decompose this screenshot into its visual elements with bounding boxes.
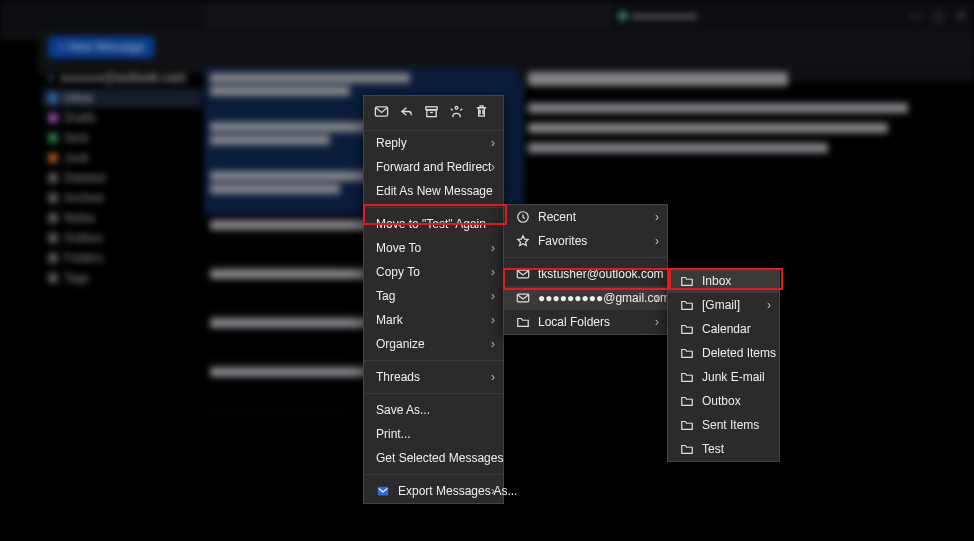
folder-item-inbox[interactable]: Inbox (668, 269, 779, 293)
folder-icon (680, 274, 694, 288)
ctx-item-edit-as-new-message[interactable]: Edit As New Message (364, 179, 503, 203)
ctx-item-print-[interactable]: Print... (364, 422, 503, 446)
menu-item-label: Get Selected Messages (376, 451, 503, 465)
menu-item-label: Print... (376, 427, 411, 441)
menu-item-label: Move to "Test" Again (376, 217, 486, 231)
ctx-item-reply[interactable]: Reply› (364, 131, 503, 155)
mark-unread-icon[interactable] (374, 104, 389, 122)
folder-icon (680, 370, 694, 384)
moveto-item--gmail-com[interactable]: ●●●●●●●●●@gmail.com› (504, 286, 667, 310)
ctx-item-tag[interactable]: Tag› (364, 284, 503, 308)
context-menu[interactable]: Reply›Forward and Redirect›Edit As New M… (363, 95, 504, 504)
account-label: ●●●●●●●●● (632, 9, 697, 23)
chevron-right-icon: › (491, 313, 495, 327)
folder-item-outbox[interactable]: Outbox (668, 389, 779, 413)
folder-item-calendar[interactable]: Calendar (668, 317, 779, 341)
junk-icon[interactable] (449, 104, 464, 122)
folder-folders[interactable]: Folders (42, 248, 202, 268)
menu-item-label: Test (702, 442, 724, 456)
menu-item-label: Threads (376, 370, 420, 384)
menu-item-label: Mark (376, 313, 403, 327)
ctx-item-save-as-[interactable]: Save As... (364, 398, 503, 422)
chevron-right-icon: › (655, 210, 659, 224)
folder-item-test[interactable]: Test (668, 437, 779, 461)
folder-inbox[interactable]: Inbox (42, 88, 202, 108)
folder-item-deleted-items[interactable]: Deleted Items (668, 341, 779, 365)
close-button[interactable]: ✕ (956, 9, 966, 23)
toolbar: + New Message (38, 32, 974, 62)
ctx-item-threads[interactable]: Threads› (364, 365, 503, 389)
ctx-item-copy-to[interactable]: Copy To› (364, 260, 503, 284)
folder-tags[interactable]: Tags (42, 268, 202, 288)
chevron-right-icon: › (491, 484, 495, 498)
separator (504, 257, 667, 258)
folder-item-junk-e-mail[interactable]: Junk E-mail (668, 365, 779, 389)
chevron-right-icon: › (491, 289, 495, 303)
folder-icon (680, 346, 694, 360)
ctx-item-forward-and-redirect[interactable]: Forward and Redirect› (364, 155, 503, 179)
activity-bar (0, 32, 38, 40)
folder-archive[interactable]: Archive (42, 188, 202, 208)
chevron-right-icon: › (767, 298, 771, 312)
mail-icon (516, 291, 530, 305)
menu-item-label: ●●●●●●●●●@gmail.com (538, 291, 670, 305)
chevron-right-icon: › (655, 291, 659, 305)
minimize-button[interactable]: — (909, 9, 921, 23)
window-controls: — ▢ ✕ (909, 9, 966, 23)
moveto-item-tkstusher-outlook-com[interactable]: tkstusher@outlook.com (504, 262, 667, 286)
separator (364, 393, 503, 394)
clock-icon (516, 210, 530, 224)
avatar-icon (618, 11, 628, 21)
separator (364, 207, 503, 208)
folder-outbox[interactable]: Outbox (42, 228, 202, 248)
folder-icon (680, 322, 694, 336)
folder-sent[interactable]: Sent (42, 128, 202, 148)
svg-point-3 (455, 106, 458, 109)
account-folders-submenu[interactable]: Inbox[Gmail]›CalendarDeleted ItemsJunk E… (667, 268, 780, 462)
new-message-button[interactable]: + New Message (48, 36, 154, 58)
chevron-right-icon: › (491, 337, 495, 351)
folder-item--gmail-[interactable]: [Gmail]› (668, 293, 779, 317)
menu-item-label: Export Messages As... (398, 484, 517, 498)
ctx-item-mark[interactable]: Mark› (364, 308, 503, 332)
ctx-item-move-to-test-again[interactable]: Move to "Test" Again (364, 212, 503, 236)
reading-pane (518, 62, 974, 82)
global-search[interactable] (208, 5, 610, 27)
svg-rect-4 (378, 487, 389, 496)
ctx-item-export-messages-as-[interactable]: Export Messages As...› (364, 479, 503, 503)
menu-item-label: Save As... (376, 403, 430, 417)
menu-item-label: Organize (376, 337, 425, 351)
menu-item-label: Junk E-mail (702, 370, 765, 384)
folder-junk[interactable]: Junk (42, 148, 202, 168)
menu-item-label: Sent Items (702, 418, 759, 432)
maximize-button[interactable]: ▢ (933, 9, 944, 23)
svg-rect-1 (426, 107, 437, 110)
folder-notes[interactable]: Notes (42, 208, 202, 228)
menu-item-label: Recent (538, 210, 576, 224)
archive-icon[interactable] (424, 104, 439, 122)
account-header[interactable]: ▾ ●●●●●●@outlook.com (42, 68, 202, 88)
folder-pane: ▾ ●●●●●●@outlook.comInboxDraftsSentJunkD… (38, 62, 206, 74)
menu-item-label: Tag (376, 289, 395, 303)
folder-deleted[interactable]: Deleted (42, 168, 202, 188)
reply-icon[interactable] (399, 104, 414, 122)
delete-icon[interactable] (474, 104, 489, 122)
message-list (198, 62, 530, 74)
moveto-submenu[interactable]: Recent›Favorites›tkstusher@outlook.com●●… (503, 204, 668, 335)
folder-icon (680, 418, 694, 432)
folder-drafts[interactable]: Drafts (42, 108, 202, 128)
moveto-item-favorites[interactable]: Favorites› (504, 229, 667, 253)
moveto-item-local-folders[interactable]: Local Folders› (504, 310, 667, 334)
folder-icon (516, 315, 530, 329)
ctx-item-get-selected-messages[interactable]: Get Selected Messages (364, 446, 503, 470)
menu-item-label: Reply (376, 136, 407, 150)
svg-rect-2 (427, 110, 436, 117)
menu-item-label: Inbox (702, 274, 731, 288)
chevron-right-icon: › (491, 160, 495, 174)
ctx-item-move-to[interactable]: Move To› (364, 236, 503, 260)
ctx-item-organize[interactable]: Organize› (364, 332, 503, 356)
titlebar: ●●●●●●●●● — ▢ ✕ (0, 0, 974, 32)
moveto-item-recent[interactable]: Recent› (504, 205, 667, 229)
account-menu[interactable]: ●●●●●●●●● (618, 9, 697, 23)
folder-item-sent-items[interactable]: Sent Items (668, 413, 779, 437)
